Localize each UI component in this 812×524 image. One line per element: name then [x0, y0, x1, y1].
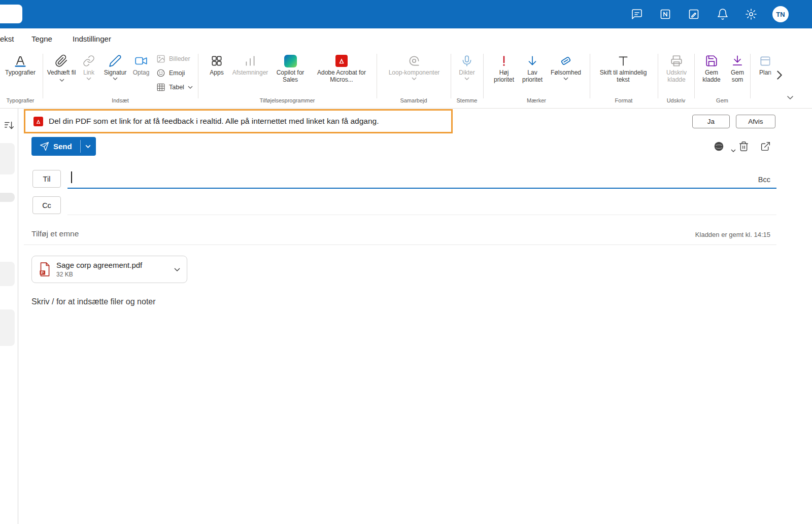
pictures-mini-button[interactable]: Billeder — [156, 53, 190, 65]
send-label: Send — [53, 142, 72, 151]
emoji-mini-button[interactable]: Emoji — [156, 67, 185, 79]
open-in-new-window-icon[interactable] — [760, 141, 771, 152]
high-priority-button[interactable]: Høj prioritet — [490, 53, 518, 83]
floppy-disk-icon — [705, 53, 718, 69]
cc-field-underline — [67, 215, 776, 215]
pictures-label: Billeder — [169, 55, 190, 62]
bar-chart-icon — [244, 53, 257, 69]
signature-label: Signatur — [104, 69, 127, 76]
group-separator — [451, 54, 451, 98]
group-label-insert: Indsæt — [95, 97, 146, 103]
group-label-save: Gem — [697, 97, 748, 103]
record-label: Optag — [133, 69, 150, 76]
table-mini-button[interactable]: Tabel — [156, 81, 193, 93]
table-label: Tabel — [169, 84, 184, 91]
save-draft-button[interactable]: Gem kladde — [698, 53, 725, 83]
apps-grid-icon — [210, 53, 223, 69]
tab-draw[interactable]: Tegne — [31, 28, 52, 49]
attachment-options-chevron-icon[interactable] — [174, 265, 181, 274]
search-box-stub[interactable] — [0, 5, 22, 23]
to-button[interactable]: Til — [32, 170, 61, 188]
microphone-icon — [460, 53, 473, 69]
notes-icon[interactable] — [688, 8, 700, 20]
globe-options-chevron-icon[interactable] — [731, 145, 736, 154]
list-item — [0, 309, 15, 346]
link-button[interactable]: Link — [79, 53, 99, 80]
discard-trash-icon[interactable] — [738, 141, 750, 152]
group-label-addins: Tilføjelsesprogrammer — [236, 97, 338, 103]
adobe-acrobat-label: Adobe Acrobat for Micros... — [311, 69, 373, 83]
camera-icon — [134, 53, 148, 69]
attach-file-label: Vedhæft fil — [47, 69, 76, 76]
copilot-sales-button[interactable]: Copilot for Sales — [272, 53, 309, 83]
save-as-label: Gem som — [726, 69, 749, 83]
low-priority-label: Lav prioritet — [519, 69, 546, 83]
attachment-size: 32 KB — [56, 271, 168, 278]
apps-button[interactable]: Apps — [205, 53, 228, 76]
save-draft-label: Gem kladde — [698, 69, 725, 83]
signature-pen-icon — [109, 53, 122, 69]
adobe-pdf-banner: Del din PDF som et link for at få feedba… — [18, 109, 812, 135]
group-separator — [43, 54, 43, 98]
dictate-label: Dikter — [459, 69, 475, 76]
avatar[interactable]: TN — [772, 6, 789, 22]
tab-options[interactable]: Indstillinger — [73, 28, 111, 49]
send-options-chevron-icon[interactable] — [81, 137, 96, 156]
banner-dismiss-button[interactable]: Afvis — [736, 115, 775, 128]
ribbon-overflow-panel — [767, 49, 812, 108]
settings-gear-icon[interactable] — [745, 8, 757, 20]
low-priority-button[interactable]: Lav prioritet — [519, 53, 546, 83]
signature-button[interactable]: Signatur — [100, 53, 130, 80]
app-header: TN — [0, 0, 812, 28]
group-separator — [750, 54, 751, 98]
group-separator — [658, 54, 658, 98]
to-input[interactable] — [67, 171, 776, 188]
group-label-print: Udskriv — [651, 97, 701, 103]
send-button[interactable]: Send — [31, 137, 96, 156]
adobe-acrobat-button[interactable]: Adobe Acrobat for Micros... — [311, 53, 373, 83]
list-item — [0, 262, 15, 286]
record-button[interactable]: Optag — [129, 53, 153, 76]
cc-button[interactable]: Cc — [32, 196, 61, 214]
loop-components-button[interactable]: Loop-komponenter — [383, 53, 446, 80]
notifications-bell-icon[interactable] — [717, 8, 729, 20]
loop-components-label: Loop-komponenter — [389, 69, 440, 76]
arrow-down-icon — [526, 53, 539, 69]
emoji-label: Emoji — [169, 69, 185, 77]
dictate-button[interactable]: Dikter — [454, 53, 480, 80]
banner-highlight-box: Del din PDF som et link for at få feedba… — [24, 109, 453, 133]
cc-input[interactable] — [67, 197, 776, 214]
ribbon-tabs: ekst Tegne Indstillinger — [0, 28, 812, 49]
subject-divider — [24, 244, 776, 245]
polls-label: Afstemninger — [232, 69, 268, 76]
apps-label: Apps — [210, 69, 223, 76]
typography-button[interactable]: Typografier — [1, 53, 40, 76]
ribbon-expand-chevron-icon[interactable] — [775, 70, 784, 80]
subject-input[interactable]: Tilføj et emne — [31, 229, 79, 238]
attach-file-button[interactable]: Vedhæft fil — [47, 53, 76, 83]
bcc-button[interactable]: Bcc — [758, 176, 770, 184]
group-separator — [377, 54, 377, 98]
globe-icon[interactable] — [714, 141, 725, 152]
save-as-button[interactable]: Gem som — [726, 53, 749, 83]
sensitivity-button[interactable]: Følsomhed — [549, 53, 583, 80]
body-input[interactable]: Skriv / for at indsætte filer og noter — [31, 297, 156, 306]
plain-text-button[interactable]: Skift til almindelig tekst — [594, 53, 653, 83]
list-item — [0, 143, 15, 174]
attachment-card[interactable]: Sage corp agreement.pdf 32 KB — [31, 256, 187, 283]
copilot-icon — [284, 53, 297, 69]
polls-button[interactable]: Afstemninger — [229, 53, 271, 76]
loop-icon — [408, 53, 421, 69]
exclamation-icon — [497, 53, 511, 69]
chat-icon[interactable] — [631, 8, 643, 20]
onenote-feed-icon[interactable] — [659, 8, 671, 20]
ribbon-collapse-chevron-icon[interactable] — [787, 95, 794, 100]
sort-icon[interactable] — [4, 120, 15, 131]
print-draft-button[interactable]: Udskriv kladde — [662, 53, 691, 83]
link-icon — [83, 53, 95, 69]
banner-yes-button[interactable]: Ja — [692, 115, 730, 128]
message-list-edge — [0, 109, 18, 524]
banner-message: Del din PDF som et link for at få feedba… — [49, 117, 379, 126]
tab-format-text[interactable]: ekst — [0, 28, 14, 49]
print-draft-label: Udskriv kladde — [662, 69, 691, 83]
